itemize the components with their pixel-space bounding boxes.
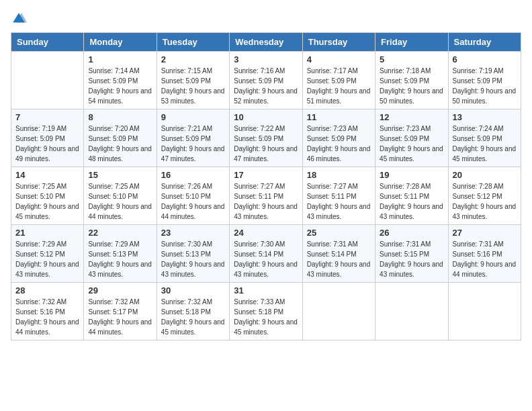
day-info: Sunrise: 7:30 AM Sunset: 5:13 PM Dayligh…	[161, 239, 225, 279]
day-info: Sunrise: 7:29 AM Sunset: 5:13 PM Dayligh…	[88, 239, 152, 279]
day-number: 3	[234, 54, 298, 64]
day-number: 26	[380, 228, 443, 238]
sunrise-label: Sunrise: 7:24 AM	[453, 124, 517, 134]
calendar-cell: 18 Sunrise: 7:27 AM Sunset: 5:11 PM Dayl…	[302, 167, 375, 225]
daylight-label: Daylight: 9 hours and 43 minutes.	[234, 201, 298, 222]
weekday-header-thursday: Thursday	[302, 33, 375, 52]
day-info: Sunrise: 7:24 AM Sunset: 5:09 PM Dayligh…	[453, 124, 517, 164]
day-number: 20	[453, 170, 517, 180]
day-number: 8	[88, 112, 152, 122]
calendar-cell: 13 Sunrise: 7:24 AM Sunset: 5:09 PM Dayl…	[448, 109, 521, 167]
sunrise-label: Sunrise: 7:15 AM	[161, 66, 225, 76]
day-number: 29	[88, 285, 152, 295]
day-info: Sunrise: 7:19 AM Sunset: 5:09 PM Dayligh…	[453, 66, 517, 106]
daylight-label: Daylight: 9 hours and 44 minutes.	[88, 201, 152, 222]
daylight-label: Daylight: 9 hours and 43 minutes.	[380, 259, 443, 279]
calendar-cell: 17 Sunrise: 7:27 AM Sunset: 5:11 PM Dayl…	[230, 167, 302, 225]
calendar-cell: 25 Sunrise: 7:31 AM Sunset: 5:14 PM Dayl…	[302, 225, 375, 283]
daylight-label: Daylight: 9 hours and 54 minutes.	[88, 86, 152, 106]
calendar-cell: 31 Sunrise: 7:33 AM Sunset: 5:18 PM Dayl…	[230, 283, 302, 340]
day-number: 1	[88, 54, 152, 64]
sunset-label: Sunset: 5:10 PM	[88, 191, 152, 201]
day-info: Sunrise: 7:16 AM Sunset: 5:09 PM Dayligh…	[234, 66, 298, 106]
sunset-label: Sunset: 5:09 PM	[234, 76, 298, 86]
sunrise-label: Sunrise: 7:17 AM	[307, 66, 371, 76]
day-info: Sunrise: 7:23 AM Sunset: 5:09 PM Dayligh…	[307, 124, 371, 164]
calendar-cell: 14 Sunrise: 7:25 AM Sunset: 5:10 PM Dayl…	[11, 167, 84, 225]
calendar-cell: 23 Sunrise: 7:30 AM Sunset: 5:13 PM Dayl…	[157, 225, 229, 283]
daylight-label: Daylight: 9 hours and 43 minutes.	[307, 259, 371, 279]
day-number: 7	[15, 112, 79, 122]
calendar-cell: 5 Sunrise: 7:18 AM Sunset: 5:09 PM Dayli…	[375, 52, 448, 109]
day-info: Sunrise: 7:20 AM Sunset: 5:09 PM Dayligh…	[88, 124, 152, 164]
sunrise-label: Sunrise: 7:31 AM	[453, 239, 517, 249]
day-number: 4	[307, 54, 371, 64]
daylight-label: Daylight: 9 hours and 43 minutes.	[161, 259, 225, 279]
day-number: 17	[234, 170, 298, 180]
daylight-label: Daylight: 9 hours and 53 minutes.	[161, 86, 225, 106]
daylight-label: Daylight: 9 hours and 50 minutes.	[380, 86, 443, 106]
calendar-cell: 29 Sunrise: 7:32 AM Sunset: 5:17 PM Dayl…	[84, 283, 157, 340]
weekday-header-tuesday: Tuesday	[157, 33, 229, 52]
calendar-header-row: SundayMondayTuesdayWednesdayThursdayFrid…	[11, 33, 521, 52]
sunrise-label: Sunrise: 7:31 AM	[307, 239, 371, 249]
daylight-label: Daylight: 9 hours and 46 minutes.	[307, 144, 371, 164]
day-number: 13	[453, 112, 517, 122]
sunrise-label: Sunrise: 7:26 AM	[161, 181, 225, 191]
day-info: Sunrise: 7:30 AM Sunset: 5:14 PM Dayligh…	[234, 239, 298, 279]
sunrise-label: Sunrise: 7:32 AM	[88, 297, 152, 307]
sunrise-label: Sunrise: 7:27 AM	[234, 181, 298, 191]
calendar-cell	[375, 283, 448, 340]
sunrise-label: Sunrise: 7:20 AM	[88, 124, 152, 134]
sunset-label: Sunset: 5:09 PM	[161, 76, 225, 86]
daylight-label: Daylight: 9 hours and 44 minutes.	[15, 317, 79, 337]
day-info: Sunrise: 7:32 AM Sunset: 5:16 PM Dayligh…	[15, 297, 79, 337]
daylight-label: Daylight: 9 hours and 50 minutes.	[453, 86, 517, 106]
sunset-label: Sunset: 5:09 PM	[380, 134, 443, 144]
sunrise-label: Sunrise: 7:30 AM	[161, 239, 225, 249]
sunrise-label: Sunrise: 7:28 AM	[453, 181, 517, 191]
sunrise-label: Sunrise: 7:31 AM	[380, 239, 443, 249]
daylight-label: Daylight: 9 hours and 45 minutes.	[15, 201, 79, 222]
day-info: Sunrise: 7:17 AM Sunset: 5:09 PM Dayligh…	[307, 66, 371, 106]
daylight-label: Daylight: 9 hours and 43 minutes.	[234, 259, 298, 279]
day-number: 28	[15, 285, 79, 295]
sunset-label: Sunset: 5:12 PM	[15, 249, 79, 259]
daylight-label: Daylight: 9 hours and 51 minutes.	[307, 86, 371, 106]
day-info: Sunrise: 7:22 AM Sunset: 5:09 PM Dayligh…	[234, 124, 298, 164]
day-number: 22	[88, 228, 152, 238]
day-number: 19	[380, 170, 443, 180]
sunset-label: Sunset: 5:17 PM	[88, 307, 152, 317]
sunset-label: Sunset: 5:18 PM	[161, 307, 225, 317]
sunset-label: Sunset: 5:12 PM	[453, 191, 517, 201]
calendar-cell	[448, 283, 521, 340]
sunset-label: Sunset: 5:13 PM	[88, 249, 152, 259]
calendar-cell: 10 Sunrise: 7:22 AM Sunset: 5:09 PM Dayl…	[230, 109, 302, 167]
day-info: Sunrise: 7:32 AM Sunset: 5:18 PM Dayligh…	[161, 297, 225, 337]
daylight-label: Daylight: 9 hours and 43 minutes.	[15, 259, 79, 279]
sunset-label: Sunset: 5:16 PM	[453, 249, 517, 259]
day-number: 18	[307, 170, 371, 180]
calendar-cell: 28 Sunrise: 7:32 AM Sunset: 5:16 PM Dayl…	[11, 283, 84, 340]
sunset-label: Sunset: 5:09 PM	[453, 134, 517, 144]
sunset-label: Sunset: 5:10 PM	[161, 191, 225, 201]
sunset-label: Sunset: 5:18 PM	[234, 307, 298, 317]
calendar-cell: 15 Sunrise: 7:25 AM Sunset: 5:10 PM Dayl…	[84, 167, 157, 225]
sunrise-label: Sunrise: 7:18 AM	[380, 66, 443, 76]
weekday-header-friday: Friday	[375, 33, 448, 52]
calendar-week-4: 21 Sunrise: 7:29 AM Sunset: 5:12 PM Dayl…	[11, 225, 521, 283]
daylight-label: Daylight: 9 hours and 49 minutes.	[15, 144, 79, 164]
day-info: Sunrise: 7:18 AM Sunset: 5:09 PM Dayligh…	[380, 66, 443, 106]
day-info: Sunrise: 7:31 AM Sunset: 5:15 PM Dayligh…	[380, 239, 443, 279]
daylight-label: Daylight: 9 hours and 43 minutes.	[380, 201, 443, 222]
weekday-header-wednesday: Wednesday	[230, 33, 302, 52]
day-number: 21	[15, 228, 79, 238]
sunrise-label: Sunrise: 7:25 AM	[15, 181, 79, 191]
sunset-label: Sunset: 5:09 PM	[15, 134, 79, 144]
page-header	[11, 11, 521, 27]
day-number: 2	[161, 54, 225, 64]
sunset-label: Sunset: 5:11 PM	[307, 191, 371, 201]
daylight-label: Daylight: 9 hours and 48 minutes.	[88, 144, 152, 164]
day-info: Sunrise: 7:27 AM Sunset: 5:11 PM Dayligh…	[234, 181, 298, 222]
calendar-cell: 27 Sunrise: 7:31 AM Sunset: 5:16 PM Dayl…	[448, 225, 521, 283]
